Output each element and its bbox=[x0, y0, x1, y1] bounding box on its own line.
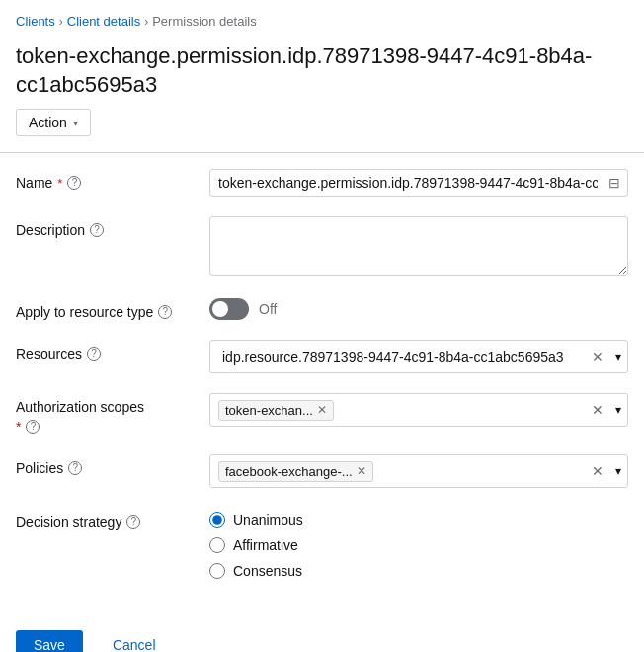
apply-resource-control-col: Off bbox=[209, 298, 628, 320]
action-button[interactable]: Action ▾ bbox=[16, 109, 91, 136]
breadcrumb: Clients › Client details › Permission de… bbox=[0, 0, 644, 39]
apply-resource-row: Apply to resource type ? Off bbox=[16, 298, 628, 320]
policies-control-col: facebook-exchange-... ✕ ✕ ▾ bbox=[209, 454, 628, 488]
auth-scopes-tag-label: token-exchan... bbox=[225, 403, 313, 418]
resources-label: Resources bbox=[16, 346, 82, 362]
policies-tag: facebook-exchange-... ✕ bbox=[218, 461, 373, 482]
radio-consensus[interactable]: Consensus bbox=[209, 563, 628, 579]
policies-tag-close[interactable]: ✕ bbox=[357, 465, 366, 477]
name-required: * bbox=[57, 176, 62, 191]
policies-tag-label: facebook-exchange-... bbox=[225, 464, 353, 479]
name-label: Name bbox=[16, 175, 52, 191]
auth-scopes-required: * bbox=[16, 419, 21, 435]
radio-affirmative-input[interactable] bbox=[209, 537, 225, 553]
chevron-down-icon: ▾ bbox=[73, 118, 78, 128]
auth-scopes-dropdown-icon[interactable]: ▾ bbox=[615, 403, 621, 417]
copy-icon[interactable]: ⊟ bbox=[608, 175, 620, 191]
breadcrumb-client-details[interactable]: Client details bbox=[67, 14, 140, 29]
name-control-col: ⊟ bbox=[209, 169, 628, 197]
radio-consensus-input[interactable] bbox=[209, 563, 225, 579]
auth-scopes-tag: token-exchan... ✕ bbox=[218, 400, 334, 421]
auth-scopes-tag-close[interactable]: ✕ bbox=[317, 404, 327, 416]
form-body: Name * ? ⊟ Description ? Apply to resour… bbox=[0, 153, 644, 614]
name-input[interactable] bbox=[209, 169, 628, 197]
action-button-label: Action bbox=[29, 115, 67, 130]
auth-scopes-control-col: token-exchan... ✕ ✕ ▾ bbox=[209, 393, 628, 427]
decision-label-col: Decision strategy ? bbox=[16, 508, 194, 530]
resources-clear-icon[interactable]: ✕ bbox=[592, 349, 604, 365]
policies-clear-icon[interactable]: ✕ bbox=[592, 463, 604, 479]
policies-dropdown-icon[interactable]: ▾ bbox=[615, 464, 621, 478]
radio-consensus-label: Consensus bbox=[233, 563, 302, 579]
breadcrumb-clients[interactable]: Clients bbox=[16, 14, 55, 29]
name-label-col: Name * ? bbox=[16, 169, 194, 191]
resources-value: idp.resource.78971398-9447-4c91-8b4a-cc1… bbox=[218, 347, 568, 367]
page-title: token-exchange.permission.idp.78971398-9… bbox=[0, 39, 644, 109]
policies-select[interactable]: facebook-exchange-... ✕ ✕ ▾ bbox=[209, 454, 628, 488]
toggle-slider bbox=[209, 298, 249, 320]
apply-resource-help-icon[interactable]: ? bbox=[158, 305, 172, 319]
decision-help-icon[interactable]: ? bbox=[126, 515, 140, 529]
resources-row: Resources ? idp.resource.78971398-9447-4… bbox=[16, 340, 628, 373]
decision-control-col: Unanimous Affirmative Consensus bbox=[209, 508, 628, 579]
cancel-button[interactable]: Cancel bbox=[95, 630, 174, 652]
description-input[interactable] bbox=[209, 216, 628, 276]
decision-label: Decision strategy bbox=[16, 514, 121, 530]
radio-unanimous-input[interactable] bbox=[209, 512, 225, 528]
radio-unanimous[interactable]: Unanimous bbox=[209, 512, 628, 528]
policies-label: Policies bbox=[16, 460, 63, 476]
auth-scopes-row: Authorization scopes * ? token-exchan...… bbox=[16, 393, 628, 435]
resources-select[interactable]: idp.resource.78971398-9447-4c91-8b4a-cc1… bbox=[209, 340, 628, 373]
description-label-col: Description ? bbox=[16, 216, 194, 238]
policies-help-icon[interactable]: ? bbox=[68, 461, 82, 475]
auth-scopes-label-col: Authorization scopes * ? bbox=[16, 393, 194, 435]
description-control-col bbox=[209, 216, 628, 279]
resources-dropdown-icon[interactable]: ▾ bbox=[615, 350, 621, 364]
radio-affirmative-label: Affirmative bbox=[233, 537, 298, 553]
name-row: Name * ? ⊟ bbox=[16, 169, 628, 197]
description-label: Description bbox=[16, 222, 85, 238]
radio-unanimous-label: Unanimous bbox=[233, 512, 303, 528]
apply-resource-label: Apply to resource type bbox=[16, 304, 153, 320]
policies-label-col: Policies ? bbox=[16, 454, 194, 476]
breadcrumb-sep-2: › bbox=[144, 15, 148, 29]
auth-scopes-help-icon[interactable]: ? bbox=[26, 420, 40, 434]
auth-scopes-label-wrapper: Authorization scopes * ? bbox=[16, 399, 144, 435]
auth-scopes-clear-icon[interactable]: ✕ bbox=[592, 402, 604, 418]
auth-scopes-label: Authorization scopes bbox=[16, 399, 144, 415]
save-button[interactable]: Save bbox=[16, 630, 83, 652]
toggle-label: Off bbox=[259, 301, 277, 317]
decision-strategy-row: Decision strategy ? Unanimous Affirmativ… bbox=[16, 508, 628, 579]
policies-row: Policies ? facebook-exchange-... ✕ ✕ ▾ bbox=[16, 454, 628, 488]
decision-radio-group: Unanimous Affirmative Consensus bbox=[209, 508, 628, 579]
auth-scopes-select[interactable]: token-exchan... ✕ ✕ ▾ bbox=[209, 393, 628, 427]
resources-help-icon[interactable]: ? bbox=[87, 347, 101, 361]
toggle[interactable] bbox=[209, 298, 249, 320]
resources-control-col: idp.resource.78971398-9447-4c91-8b4a-cc1… bbox=[209, 340, 628, 373]
apply-resource-label-col: Apply to resource type ? bbox=[16, 298, 194, 320]
form-actions: Save Cancel bbox=[0, 614, 644, 652]
name-input-wrapper: ⊟ bbox=[209, 169, 628, 197]
breadcrumb-sep-1: › bbox=[59, 15, 63, 29]
description-help-icon[interactable]: ? bbox=[90, 223, 104, 237]
breadcrumb-current: Permission details bbox=[152, 14, 257, 29]
name-help-icon[interactable]: ? bbox=[67, 176, 81, 190]
radio-affirmative[interactable]: Affirmative bbox=[209, 537, 628, 553]
description-row: Description ? bbox=[16, 216, 628, 279]
toggle-row: Off bbox=[209, 298, 628, 320]
resources-label-col: Resources ? bbox=[16, 340, 194, 362]
